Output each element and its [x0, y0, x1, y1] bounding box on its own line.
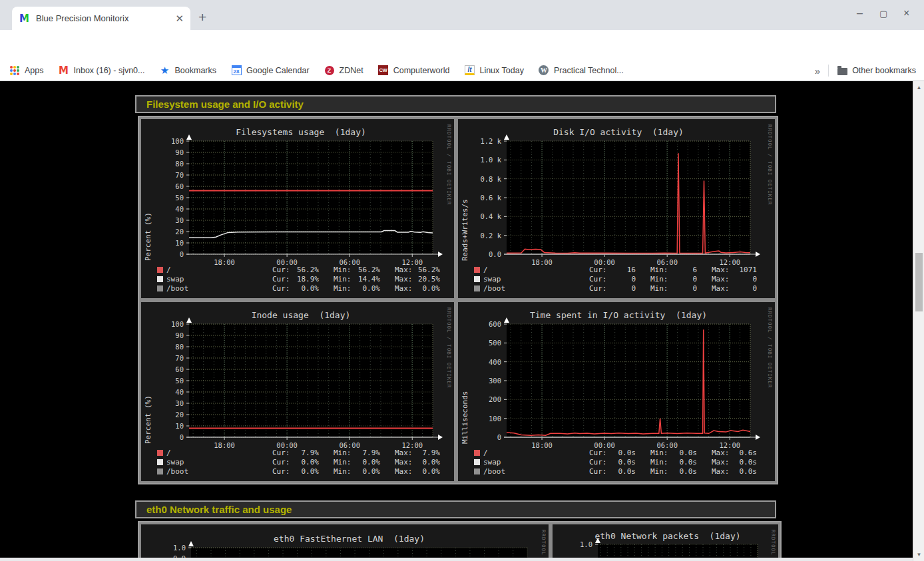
- scrollbar-thumb[interactable]: [915, 253, 923, 311]
- legend-cur-value: 16: [597, 266, 636, 274]
- legend-cur-value: 18.9%: [280, 275, 319, 283]
- legend-max-value: 0.0s: [720, 458, 757, 467]
- legend-max-value: 0: [720, 284, 757, 293]
- bookmark-bookmarks[interactable]: ★ Bookmarks: [160, 65, 217, 76]
- legend-cur-value: 0: [597, 284, 636, 293]
- legend-swatch: [157, 267, 163, 273]
- scrollbar-up-arrow[interactable]: ▲: [913, 85, 924, 91]
- y-tick-label: 500: [468, 339, 501, 347]
- legend-name: swap: [483, 275, 501, 283]
- y-tick-label: 1.2 k: [468, 137, 501, 145]
- star-icon: ★: [160, 65, 170, 76]
- legend-min-value: 14.4%: [342, 275, 380, 283]
- zdnet-icon: Z: [324, 65, 335, 76]
- legend-cur-value: 0.0s: [597, 467, 636, 476]
- monitorix-favicon-icon: M: [19, 13, 30, 24]
- y-axis-label: Milliseconds: [461, 331, 469, 444]
- y-tick-label: 400: [468, 358, 501, 366]
- y-tick-label: 100: [150, 320, 184, 328]
- y-tick-label: 600: [468, 320, 501, 328]
- new-tab-button[interactable]: +: [198, 9, 206, 25]
- tab-close-icon[interactable]: ✕: [175, 13, 184, 25]
- window-close-button[interactable]: ×: [903, 7, 909, 19]
- y-tick-label: 1.0 k: [468, 156, 501, 164]
- y-tick-label: 30: [150, 216, 184, 224]
- legend-cur-value: 0.0s: [597, 458, 636, 467]
- y-tick-label: 0.4 k: [468, 212, 501, 220]
- legend-swatch: [474, 459, 480, 465]
- graph-title: Inode usage (1day): [149, 310, 453, 320]
- scrollbar-down-arrow[interactable]: ▼: [913, 552, 924, 558]
- y-tick-label: 70: [150, 171, 184, 179]
- bookmark-zdnet[interactable]: Z ZDNet: [324, 65, 363, 76]
- y-tick-label: 70: [150, 354, 184, 362]
- graph-title: eth0 FastEthernet LAN (1day): [151, 534, 547, 544]
- graph-disk-io-activity[interactable]: Disk I/O activity (1day)Reads+Writes/s0.…: [458, 119, 775, 298]
- bookmarks-overflow-chevron[interactable]: »: [815, 65, 820, 77]
- legend-max-value: 56.2%: [403, 266, 440, 274]
- other-bookmarks[interactable]: Other bookmarks: [837, 65, 916, 76]
- legend-max-value: 20.5%: [403, 275, 440, 283]
- graph-filesystems-usage[interactable]: Filesystems usage (1day)Percent (%)01020…: [141, 119, 454, 298]
- legend-name: /boot: [166, 284, 188, 293]
- graph-title: eth0 Network packets (1day): [558, 531, 778, 541]
- tab-title: Blue Precision Monitorix: [36, 13, 170, 23]
- y-tick-label: 100: [150, 137, 184, 145]
- legend-name: swap: [483, 458, 501, 467]
- graph-inode-usage[interactable]: Inode usage (1day)Percent (%)01020304050…: [141, 302, 454, 481]
- legend-swatch: [474, 285, 480, 291]
- bookmark-label: Computerworld: [393, 66, 450, 75]
- x-tick-label: 18:00: [525, 258, 559, 266]
- legend-swatch: [157, 450, 163, 456]
- y-tick-label: 80: [150, 160, 184, 168]
- bookmark-label: Other bookmarks: [852, 66, 916, 75]
- rrdtool-watermark: RRDTOOL / TOBI OETIKER: [767, 307, 773, 388]
- legend-swatch: [157, 285, 163, 291]
- graph-title: Filesystems usage (1day): [149, 127, 453, 137]
- filesystem-graph-table: Filesystems usage (1day)Percent (%)01020…: [138, 116, 778, 484]
- rrdtool-watermark: RRDTOOL / TOBI OETIKER: [770, 530, 776, 561]
- graph-time-spent-io[interactable]: Time spent in I/O activity (1day)Millise…: [458, 302, 775, 481]
- browser-tab[interactable]: M Blue Precision Monitorix ✕: [12, 7, 190, 30]
- legend-cur-value: 0.0%: [280, 458, 319, 467]
- y-tick-label: 60: [150, 182, 184, 190]
- y-tick-label: 80: [150, 343, 184, 351]
- x-tick-label: 18:00: [525, 441, 559, 449]
- legend-min-value: 0.0%: [342, 458, 380, 467]
- network-graph-table: eth0 FastEthernet LAN (1day)1.00.9RRDTOO…: [138, 521, 782, 561]
- legend-max-value: 0: [720, 275, 757, 283]
- window-minimize-button[interactable]: –: [857, 7, 863, 19]
- legend-name: /boot: [483, 467, 505, 476]
- y-tick-label: 200: [468, 395, 501, 403]
- legend-max-value: 0.0%: [403, 284, 440, 293]
- window-bottom-edge: [0, 558, 913, 561]
- legend-cur-value: 7.9%: [280, 449, 319, 457]
- bookmark-inbox[interactable]: M Inbox (16) - sjvn0...: [59, 65, 145, 76]
- y-tick-label: 0: [468, 433, 501, 441]
- bookmark-practical-technology[interactable]: W Practical Technol...: [539, 65, 624, 76]
- legend-name: /: [166, 266, 171, 274]
- graph-eth0-lan[interactable]: eth0 FastEthernet LAN (1day)1.00.9RRDTOO…: [141, 524, 549, 561]
- y-tick-label: 1.0: [559, 540, 592, 548]
- section-header-network: eth0 Network traffic and usage: [135, 500, 776, 518]
- bookmark-apps[interactable]: Apps: [9, 65, 44, 76]
- y-tick-label: 0: [150, 250, 184, 258]
- bookmark-linux-today[interactable]: lt Linux Today: [464, 65, 524, 76]
- legend-max-value: 0.6s: [720, 449, 757, 457]
- legend-name: /: [483, 449, 488, 457]
- y-tick-label: 0.6 k: [468, 194, 501, 202]
- graph-eth0-packets[interactable]: eth0 Network packets (1day)s/s1.0RRDTOOL…: [553, 524, 778, 561]
- y-tick-label: 1.0: [152, 544, 186, 552]
- linux-today-icon: lt: [464, 65, 475, 76]
- legend-cur-value: 0.0s: [597, 449, 636, 457]
- legend-min-value: 0.0%: [342, 284, 380, 293]
- legend-min-value: 0: [658, 284, 697, 293]
- bookmark-label: Inbox (16) - sjvn0...: [74, 66, 145, 75]
- window-maximize-button[interactable]: ▢: [879, 9, 887, 19]
- bookmark-google-calendar[interactable]: 28 Google Calendar: [231, 65, 310, 76]
- legend-swatch: [157, 459, 163, 465]
- bookmark-computerworld[interactable]: CW Computerworld: [378, 65, 450, 76]
- y-tick-label: 50: [150, 194, 184, 202]
- x-tick-label: 18:00: [207, 441, 242, 449]
- page-scrollbar[interactable]: ▲ ▼: [913, 81, 924, 561]
